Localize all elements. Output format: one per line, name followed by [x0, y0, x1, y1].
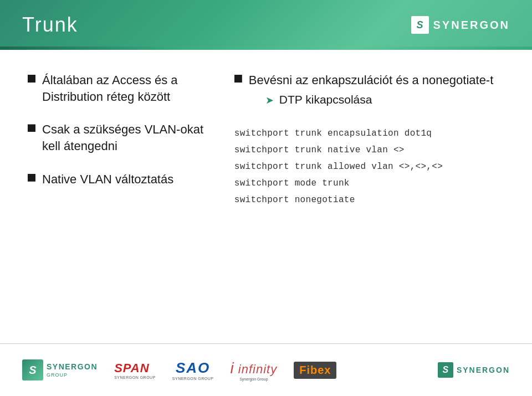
- code-line-3: switchport trunk allowed vlan <>,<>,<>: [234, 162, 504, 172]
- bullet-icon: [234, 75, 242, 83]
- span-text: SPAN: [114, 361, 156, 376]
- code-line-1: switchport trunk encapsulation dot1q: [234, 128, 504, 138]
- right-column: Bevésni az enkapszulációt és a nonegotia…: [234, 72, 504, 332]
- list-item: Bevésni az enkapszulációt és a nonegotia…: [234, 72, 504, 106]
- code-section: switchport trunk encapsulation dot1q swi…: [234, 128, 504, 205]
- code-line-2: switchport trunk native vlan <>: [234, 145, 504, 155]
- sg-name: SYNERGON: [47, 362, 98, 371]
- footer: S SYNERGON GROUP SPAN SYNERGON GROUP SAO…: [0, 343, 532, 396]
- bullet-text-1: Általában az Access és a Distribution ré…: [42, 72, 223, 105]
- code-line-5: switchport nonegotiate: [234, 195, 504, 205]
- bullet-text-3: Native VLAN változtatás: [42, 171, 173, 188]
- sao-sub: SYNERGON GROUP: [172, 377, 214, 380]
- sg-logo-top: S SYNERGON GROUP: [22, 359, 98, 380]
- header-logo: S SYNERGON: [411, 16, 510, 34]
- fibex-logo: Fibex: [294, 362, 336, 379]
- span-logo: SPAN SYNERGON GROUP: [114, 361, 156, 379]
- left-column: Általában az Access és a Distribution ré…: [28, 72, 223, 332]
- header: Trunk S SYNERGON: [0, 0, 532, 50]
- header-band: [0, 47, 532, 50]
- footer-right-logo: S SYNERGON: [438, 362, 510, 378]
- right-bullet-text: Bevésni az enkapszulációt és a nonegotia…: [249, 73, 494, 87]
- footer-logos: S SYNERGON GROUP SPAN SYNERGON GROUP SAO…: [22, 359, 336, 381]
- list-item: Csak a szükséges VLAN-okat kell átengedn…: [28, 121, 223, 154]
- sub-bullet: ➤ DTP kikapcsolása: [249, 93, 494, 106]
- bullet-icon: [28, 174, 35, 182]
- sao-text: SAO: [176, 359, 210, 377]
- list-item: Általában az Access és a Distribution ré…: [28, 72, 223, 105]
- page-title: Trunk: [22, 13, 78, 37]
- infinity-text: i infinity: [231, 359, 278, 377]
- bullet-text-2: Csak a szükséges VLAN-okat kell átengedn…: [42, 121, 223, 154]
- sao-logo: SAO SYNERGON GROUP: [172, 359, 214, 380]
- bullet-icon: [28, 124, 35, 132]
- bullet-icon: [28, 75, 35, 83]
- fibex-text: Fibex: [299, 364, 331, 377]
- arrow-icon: ➤: [265, 94, 274, 106]
- sg-subtitle: GROUP: [47, 372, 98, 378]
- infinity-sub: Synergon Group: [239, 377, 268, 381]
- sg-icon: S: [22, 359, 43, 380]
- right-top: Bevésni az enkapszulációt és a nonegotia…: [234, 72, 504, 106]
- footer-synergon-text: SYNERGON: [457, 366, 510, 374]
- footer-s-icon: S: [438, 362, 453, 378]
- code-line-4: switchport mode trunk: [234, 178, 504, 188]
- synergon-group-logo: S SYNERGON GROUP: [22, 359, 98, 380]
- list-item: Native VLAN változtatás: [28, 171, 223, 188]
- infinity-logo: i infinity Synergon Group: [231, 359, 278, 381]
- synergon-logo-text: SYNERGON: [433, 19, 510, 32]
- sub-bullet-text: DTP kikapcsolása: [279, 93, 372, 106]
- main-content: Általában az Access és a Distribution ré…: [0, 50, 532, 343]
- synergon-s-icon: S: [411, 16, 429, 34]
- span-sub: SYNERGON GROUP: [114, 376, 156, 379]
